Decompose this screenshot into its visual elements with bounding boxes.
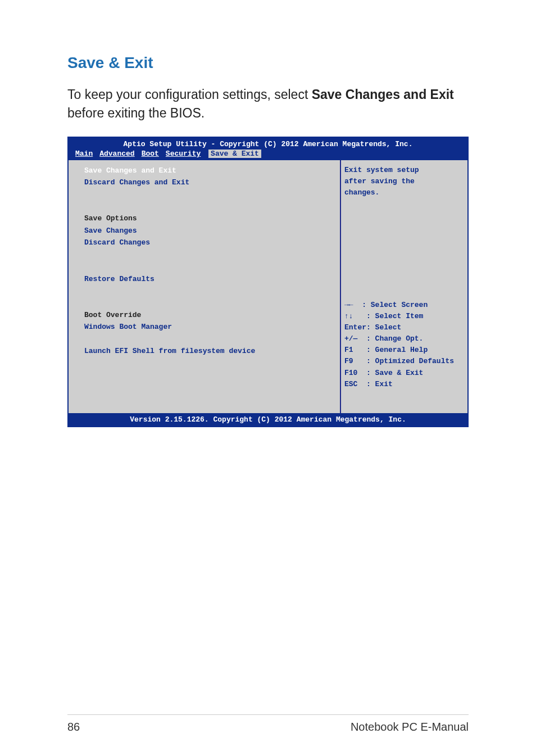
item-windows-boot-manager: Windows Boot Manager — [84, 321, 334, 333]
key-change-opt: +/— : Change Opt. — [344, 333, 464, 345]
page-footer: 86 Notebook PC E-Manual — [67, 714, 469, 734]
intro-bold: Save Changes and Exit — [312, 87, 454, 102]
key-f1: F1 : General Help — [344, 345, 464, 356]
item-discard-changes-exit: Discard Changes and Exit — [84, 176, 334, 188]
intro-pre: To keep your configuration settings, sel… — [67, 87, 312, 102]
key-select-screen: →← : Select Screen — [344, 300, 464, 311]
key-f9: F9 : Optimized Defaults — [344, 356, 464, 367]
item-restore-defaults: Restore Defaults — [84, 273, 334, 285]
tab-main: Main — [72, 150, 96, 158]
intro-post: before exiting the BIOS. — [67, 106, 205, 120]
tab-boot: Boot — [138, 150, 162, 158]
bios-right-pane: Exit system setup after saving the chang… — [341, 160, 467, 414]
tab-save-exit: Save & Exit — [208, 150, 261, 158]
bios-left-pane: Save Changes and Exit Discard Changes an… — [69, 160, 341, 414]
section-heading: Save & Exit — [67, 54, 469, 72]
item-launch-efi: Launch EFI Shell from filesystem device — [84, 345, 334, 357]
bios-help-text: Exit system setup after saving the chang… — [344, 165, 464, 300]
help-line-3: changes. — [344, 187, 464, 198]
key-select-item: ↑↓ : Select Item — [344, 311, 464, 322]
key-f10: F10 : Save & Exit — [344, 368, 464, 379]
intro-paragraph: To keep your configuration settings, sel… — [67, 85, 469, 123]
bios-key-hints: →← : Select Screen ↑↓ : Select Item Ente… — [344, 300, 464, 390]
help-line-2: after saving the — [344, 176, 464, 187]
bios-body: Save Changes and Exit Discard Changes an… — [69, 160, 467, 414]
page-number: 86 — [67, 721, 80, 734]
item-save-changes: Save Changes — [84, 225, 334, 237]
help-line-1: Exit system setup — [344, 165, 464, 176]
bios-header: Aptio Setup Utility - Copyright (C) 2012… — [69, 138, 467, 160]
doc-title: Notebook PC E-Manual — [351, 721, 469, 734]
group-save-options: Save Options — [84, 212, 334, 224]
key-esc: ESC : Exit — [344, 379, 464, 390]
bios-title: Aptio Setup Utility - Copyright (C) 2012… — [72, 140, 464, 148]
item-discard-changes: Discard Changes — [84, 237, 334, 248]
bios-footer: Version 2.15.1226. Copyright (C) 2012 Am… — [69, 413, 467, 426]
bios-screenshot: Aptio Setup Utility - Copyright (C) 2012… — [67, 137, 469, 428]
key-enter: Enter: Select — [344, 322, 464, 333]
tab-security: Security — [162, 150, 204, 158]
bios-tabs: MainAdvancedBootSecurity Save & Exit — [72, 148, 464, 158]
item-save-changes-exit: Save Changes and Exit — [84, 165, 334, 176]
tab-advanced: Advanced — [96, 150, 138, 158]
group-boot-override: Boot Override — [84, 309, 334, 321]
